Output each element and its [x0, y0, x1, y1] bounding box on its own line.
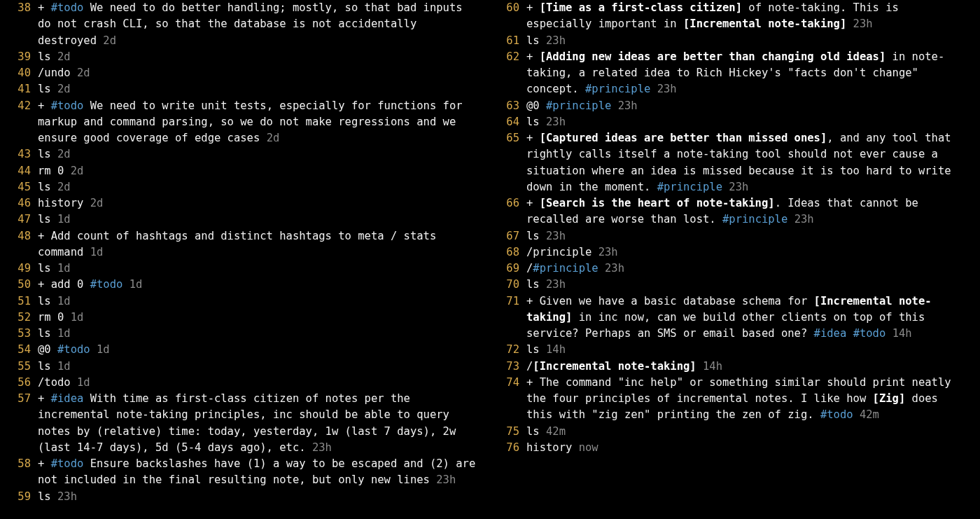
log-content: ls 2d [38, 49, 480, 65]
text-segment: With time as first-class citizen of note… [38, 392, 463, 454]
hashtag: #principle [585, 83, 650, 95]
text-segment [788, 213, 794, 226]
link-reference: [Zig] [873, 392, 906, 405]
timestamp: 2d [77, 67, 90, 79]
hashtag: #principle [546, 99, 611, 112]
log-content: ls 23h [526, 277, 969, 293]
timestamp: 1d [77, 376, 90, 389]
timestamp: 2d [57, 148, 71, 160]
line-number: 52 [11, 310, 31, 326]
link-reference: [Adding new ideas are better than changi… [540, 50, 886, 63]
line-number: 56 [11, 375, 31, 391]
log-entry: 72ls 14h [500, 342, 969, 358]
log-entry: 45ls 2d [11, 179, 480, 195]
log-content: ls 23h [526, 33, 969, 49]
text-segment [886, 327, 892, 340]
line-number: 39 [11, 49, 31, 65]
log-content: history 2d [38, 195, 480, 212]
log-entry: 71+ Given we have a basic database schem… [500, 293, 969, 342]
line-number: 43 [11, 146, 31, 162]
log-content: ls 2d [38, 146, 480, 162]
text-segment [611, 99, 617, 112]
log-entry: 52rm 0 1d [11, 310, 480, 326]
line-number: 59 [11, 489, 31, 505]
line-number: 47 [11, 212, 31, 228]
text-segment: ls [38, 83, 57, 95]
log-entry: 70ls 23h [500, 277, 969, 293]
log-entry: 59ls 23h [11, 489, 480, 505]
log-entry: 63@0 #principle 23h [500, 98, 969, 114]
text-segment: ls [38, 262, 57, 275]
hashtag: #todo [51, 457, 84, 470]
log-content: ls 23h [526, 114, 969, 130]
line-number: 63 [500, 98, 519, 114]
timestamp: 23h [546, 278, 566, 291]
log-entry: 43ls 2d [11, 146, 480, 162]
timestamp: 42m [860, 408, 879, 421]
timestamp: 2d [103, 34, 116, 47]
log-content: rm 0 1d [38, 310, 480, 326]
line-number: 75 [500, 424, 519, 440]
log-content: + Add count of hashtags and distinct has… [38, 228, 480, 261]
line-number: 65 [500, 130, 519, 195]
history-log: 38+ #todo We need to do better handling;… [0, 0, 980, 519]
log-entry: 56/todo 1d [11, 375, 480, 391]
line-number: 45 [11, 179, 31, 195]
log-entry: 73/[Incremental note-taking] 14h [500, 359, 969, 375]
text-segment: + [38, 457, 51, 470]
line-number: 57 [11, 391, 31, 456]
line-number: 42 [11, 98, 31, 147]
timestamp: 2d [71, 165, 84, 177]
text-segment: ls [38, 327, 57, 340]
text-segment: rm 0 [38, 165, 71, 177]
line-number: 54 [11, 342, 31, 358]
log-entry: 67ls 23h [500, 228, 969, 244]
log-entry: 40/undo 2d [11, 65, 480, 81]
line-number: 69 [500, 261, 519, 277]
hashtag: #todo [51, 1, 84, 14]
hashtag: #principle [722, 213, 788, 226]
log-entry: 38+ #todo We need to do better handling;… [11, 0, 480, 49]
text-segment: history [526, 441, 579, 454]
line-number: 60 [500, 0, 519, 33]
log-content: + [Search is the heart of note-taking]. … [526, 195, 969, 228]
text-segment [122, 278, 129, 291]
hashtag: #todo [853, 327, 886, 340]
timestamp: 23h [794, 213, 814, 226]
log-content: ls 1d [38, 326, 480, 342]
line-number: 72 [500, 342, 519, 358]
log-content: /#principle 23h [526, 261, 969, 277]
timestamp: 1d [57, 213, 71, 226]
text-segment [846, 327, 853, 340]
link-reference: [Search is the heart of note-taking] [540, 197, 775, 209]
line-number: 76 [500, 440, 519, 456]
timestamp: 1d [57, 327, 71, 340]
log-entry: 47ls 1d [11, 212, 480, 228]
line-number: 73 [500, 359, 519, 375]
text-segment: + Given we have a basic database schema … [526, 295, 814, 307]
log-entry: 64ls 23h [500, 114, 969, 130]
log-content: history now [526, 440, 969, 456]
timestamp: 23h [729, 181, 748, 193]
text-segment: / [526, 360, 533, 373]
log-entry: 53ls 1d [11, 326, 480, 342]
timestamp: 1d [90, 246, 104, 258]
log-content: + #todo We need to write unit tests, esp… [38, 98, 480, 147]
text-segment: + [526, 50, 540, 63]
hashtag: #todo [90, 278, 123, 291]
text-segment: ls [526, 425, 546, 438]
line-number: 49 [11, 261, 31, 277]
text-segment: ls [38, 295, 57, 307]
text-segment: + add 0 [38, 278, 90, 291]
text-segment: + [38, 392, 51, 405]
text-segment [846, 18, 853, 30]
log-entry: 48+ Add count of hashtags and distinct h… [11, 228, 480, 261]
text-segment [696, 360, 703, 373]
text-segment [90, 343, 97, 356]
line-number: 70 [500, 277, 519, 293]
log-entry: 41ls 2d [11, 81, 480, 97]
log-content: + add 0 #todo 1d [38, 277, 480, 293]
text-segment: Ensure backslashes have (1) a way to be … [38, 457, 482, 486]
log-entry: 42+ #todo We need to write unit tests, e… [11, 98, 480, 147]
log-content: + #idea With time as first-class citizen… [38, 391, 480, 456]
